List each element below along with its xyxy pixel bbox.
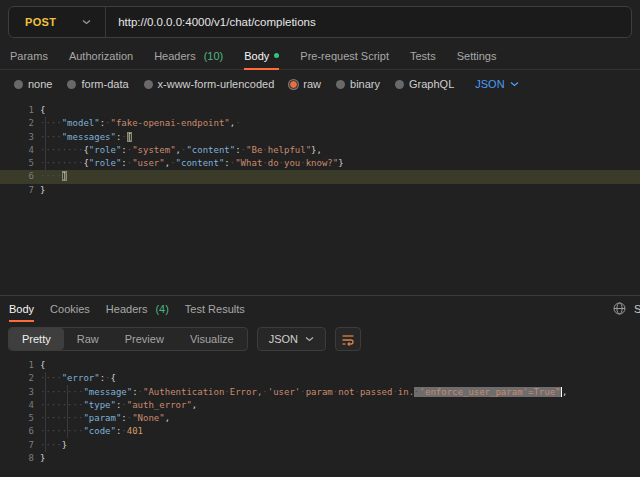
request-body-editor[interactable]: 1{2····"model":·"fake-openai-endpoint",·…	[0, 98, 640, 295]
radio-circle-icon	[395, 80, 404, 89]
code-line[interactable]: 6········"code":·401	[0, 425, 640, 438]
whitespace-dot: ·	[333, 387, 338, 397]
code-token: :·	[121, 145, 132, 155]
response-headers-count-badge: (4)	[155, 303, 168, 315]
tab-headers[interactable]: Headers(10)	[154, 42, 223, 69]
wrap-text-button[interactable]	[335, 327, 361, 351]
url-input[interactable]: http://0.0.0.0:4000/v1/chat/completions	[106, 16, 631, 28]
code-token: 401	[127, 426, 143, 436]
radio-x-www-form-urlencoded[interactable]: x-www-form-urlencoded	[144, 78, 275, 90]
whitespace-dot: ·	[56, 171, 61, 181]
view-mode-group: Pretty Raw Preview Visualize	[8, 327, 248, 351]
response-tab-test-results[interactable]: Test Results	[185, 296, 245, 321]
line-number: 5	[0, 157, 34, 170]
line-number: 1	[0, 359, 34, 372]
radio-graphql[interactable]: GraphQL	[395, 78, 454, 90]
code-line[interactable]: 2····"model":·"fake-openai-endpoint",·	[0, 117, 640, 130]
globe-icon[interactable]	[613, 302, 626, 315]
tab-body[interactable]: Body	[244, 42, 279, 69]
whitespace-dot: ·	[300, 158, 305, 168]
radio-circle-icon	[144, 80, 153, 89]
code-line[interactable]: 4········{"role":·"system",·"content":·"…	[0, 144, 640, 157]
radio-circle-icon	[67, 80, 76, 89]
tab-params[interactable]: Params	[10, 42, 48, 69]
code-line[interactable]: 6····]	[0, 170, 640, 183]
code-line[interactable]: 5········{"role":·"user",·"content":·"Wh…	[0, 157, 640, 170]
chevron-down-icon	[510, 81, 519, 87]
whitespace-dot: ·	[414, 387, 419, 397]
line-number: 2	[0, 117, 34, 130]
line-number: 3	[0, 386, 34, 399]
tab-pre-request-script[interactable]: Pre-request Script	[300, 42, 389, 69]
code-line[interactable]: 8}	[0, 452, 640, 465]
chevron-down-icon	[82, 19, 91, 25]
unsaved-dot	[274, 53, 279, 58]
code-token: ········	[40, 145, 83, 155]
code-token: "content"	[176, 158, 225, 168]
radio-circle-icon	[336, 80, 345, 89]
tab-tests[interactable]: Tests	[410, 42, 436, 69]
code-token: }	[40, 185, 45, 195]
radio-raw[interactable]: raw	[289, 78, 321, 90]
code-line[interactable]: 1{	[0, 359, 640, 372]
radio-none[interactable]: none	[14, 78, 52, 90]
code-token: }	[40, 453, 45, 463]
code-token: :·	[121, 158, 132, 168]
code-token: :·	[100, 118, 111, 128]
response-tabs: Body Cookies Headers(4) Test Results S	[0, 295, 640, 321]
code-token: ,·	[165, 158, 176, 168]
whitespace-dot: ·	[105, 373, 110, 383]
code-line[interactable]: 7····}	[0, 439, 640, 452]
code-token: ····	[40, 440, 62, 450]
response-toolbar: Pretty Raw Preview Visualize JSON	[0, 321, 640, 357]
request-tabs: Params Authorization Headers(10) Body Pr…	[0, 42, 640, 70]
code-token: "What·do·you·know?"	[235, 158, 338, 168]
code-line[interactable]: 3····"messages":·[	[0, 131, 640, 144]
code-line[interactable]: 1{	[0, 104, 640, 117]
code-token: ····	[40, 132, 62, 142]
status-text-clipped: S	[634, 303, 640, 315]
code-token: ····	[40, 171, 62, 181]
code-token: :·	[235, 145, 246, 155]
code-token: }	[62, 440, 67, 450]
raw-format-dropdown[interactable]: JSON	[475, 78, 518, 90]
method-selector[interactable]: POST	[9, 7, 105, 37]
code-line[interactable]: 3········"message":·"Authentication·Erro…	[0, 386, 640, 399]
code-token: "auth_error"	[127, 400, 192, 410]
code-token: "code"	[83, 426, 116, 436]
whitespace-dot: ·	[262, 387, 267, 397]
code-line[interactable]: 2····"error":·{	[0, 372, 640, 385]
radio-form-data[interactable]: form-data	[67, 78, 128, 90]
radio-binary[interactable]: binary	[336, 78, 380, 90]
code-line[interactable]: 5········"param":·"None",	[0, 412, 640, 425]
code-token: :·	[132, 387, 143, 397]
view-pretty-button[interactable]: Pretty	[9, 328, 64, 350]
code-token: },	[311, 145, 322, 155]
view-raw-button[interactable]: Raw	[64, 328, 112, 350]
code-token: ········	[40, 400, 83, 410]
response-tab-headers[interactable]: Headers(4)	[106, 296, 169, 321]
line-number: 2	[0, 372, 34, 385]
code-line[interactable]: 7}	[0, 184, 640, 197]
response-format-dropdown[interactable]: JSON	[257, 327, 326, 351]
view-visualize-button[interactable]: Visualize	[177, 328, 247, 350]
line-number: 6	[0, 425, 34, 438]
code-token: ,	[562, 387, 567, 397]
code-token: :·{	[100, 373, 116, 383]
whitespace-dot: ·	[354, 387, 359, 397]
code-token: ········	[40, 158, 83, 168]
view-preview-button[interactable]: Preview	[112, 328, 177, 350]
code-token: [	[127, 132, 132, 142]
tab-settings[interactable]: Settings	[457, 42, 497, 69]
code-token: "content"	[186, 145, 235, 155]
code-token: ········	[40, 426, 83, 436]
code-line[interactable]: 4········"type":·"auth_error",	[0, 399, 640, 412]
request-url-bar: POST http://0.0.0.0:4000/v1/chat/complet…	[8, 6, 632, 38]
code-token: "model"	[62, 118, 100, 128]
code-token: :·	[224, 158, 235, 168]
response-tab-cookies[interactable]: Cookies	[50, 296, 90, 321]
response-tab-body[interactable]: Body	[9, 296, 34, 321]
line-number: 7	[0, 184, 34, 197]
response-body-editor[interactable]: 1{2····"error":·{3········"message":·"Au…	[0, 357, 640, 477]
tab-authorization[interactable]: Authorization	[69, 42, 133, 69]
